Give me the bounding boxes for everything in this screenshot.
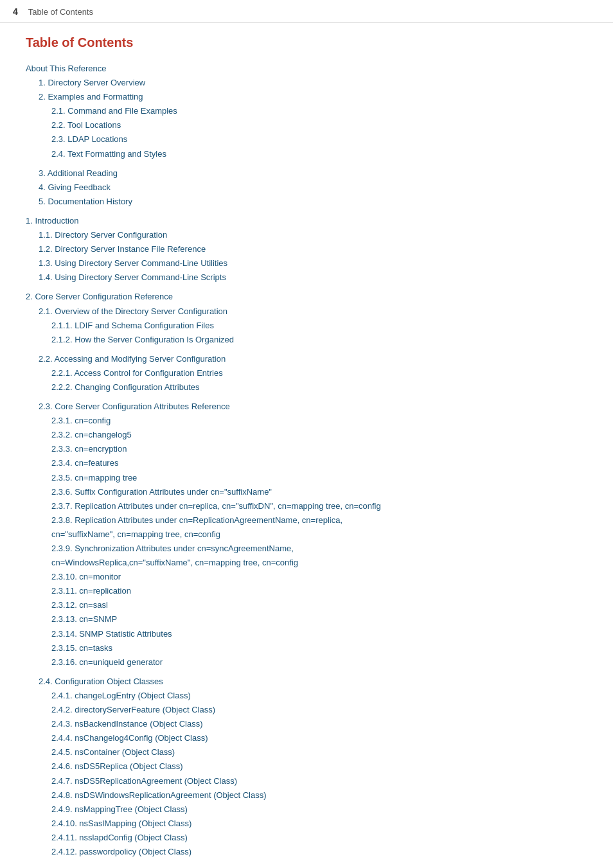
toc-link[interactable]: 2.3.4. cn=features [51,458,118,468]
toc-link[interactable]: 1. Directory Server Overview [39,78,145,87]
toc-link[interactable]: 2.3.16. cn=uniqueid generator [51,657,163,667]
toc-link[interactable]: cn="suffixName", cn=mapping tree, cn=con… [51,529,220,539]
toc-heading: Table of Contents [26,35,587,50]
toc-link[interactable]: 2.4.1. changeLogEntry (Object Class) [51,691,191,700]
toc-item: 1. Directory Server Overview [39,76,587,90]
toc-link[interactable]: 1. Introduction [26,216,78,226]
toc-item: 2.4.7. nsDS5ReplicationAgreement (Object… [51,774,587,788]
toc-item: 2.3.10. cn=monitor [51,570,587,584]
toc-link[interactable]: 2.4.10. nsSaslMapping (Object Class) [51,819,191,828]
toc-item: 2.3.4. cn=features [51,456,587,470]
toc-link[interactable]: 2.3.15. cn=tasks [51,643,112,653]
toc-link[interactable]: 4. Giving Feedback [39,182,111,192]
toc-item: 1.3. Using Directory Server Command-Line… [39,256,587,270]
toc-item: 2.4.8. nsDSWindowsReplicationAgreement (… [51,788,587,802]
toc-item: 2.4.3. nsBackendInstance (Object Class) [51,717,587,731]
toc-item: 5. Documentation History [39,195,587,209]
toc-item: 2.1. Overview of the Directory Server Co… [39,305,587,319]
toc-item: 2.4.5. nsContainer (Object Class) [51,745,587,759]
toc-item: 2.4.12. passwordpolicy (Object Class) [51,845,587,859]
toc-item: 2.4.10. nsSaslMapping (Object Class) [51,817,587,831]
toc-link[interactable]: 2.3. Core Server Configuration Attribute… [39,402,230,411]
toc-link[interactable]: 2.1.2. How the Server Configuration Is O… [51,335,234,344]
toc-link[interactable]: 2.2. Accessing and Modifying Server Conf… [39,354,226,364]
toc-item: 2.4.2. directoryServerFeature (Object Cl… [51,703,587,717]
toc-link[interactable]: 2.1. Command and File Examples [51,106,177,116]
toc-link[interactable]: 2.3.13. cn=SNMP [51,614,117,624]
toc-link[interactable]: 2.2.1. Access Control for Configuration … [51,368,223,378]
toc-link[interactable]: 2.4.9. nsMappingTree (Object Class) [51,804,188,814]
toc-item: 2.1.2. How the Server Configuration Is O… [51,333,587,347]
toc-item: 2.3. Core Server Configuration Attribute… [39,400,587,414]
toc-link[interactable]: 2.3.8. Replication Attributes under cn=R… [51,515,342,525]
toc-link[interactable]: 2.4.2. directoryServerFeature (Object Cl… [51,705,215,714]
toc-link[interactable]: 2.3.1. cn=config [51,416,111,425]
toc-link[interactable]: 2.3.5. cn=mapping tree [51,473,137,483]
toc-link[interactable]: 2.3.7. Replication Attributes under cn=r… [51,501,381,511]
page-number: 4 [13,6,18,17]
toc-link[interactable]: 2.3.10. cn=monitor [51,572,121,581]
toc-item: 2.3.6. Suffix Configuration Attributes u… [51,485,587,499]
toc-item: 2.3.15. cn=tasks [51,641,587,655]
toc-item: 2.4.1. changeLogEntry (Object Class) [51,689,587,703]
toc-link[interactable]: 3. Additional Reading [39,168,118,178]
toc-item: 1. Introduction [26,214,587,228]
toc-link[interactable]: 2.1.1. LDIF and Schema Configuration Fil… [51,321,214,330]
toc-item: 2. Examples and Formatting [39,90,587,104]
toc-item: 2.3.12. cn=sasl [51,598,587,612]
toc-link[interactable]: 1.1. Directory Server Configuration [39,230,167,240]
toc-item: 2.4.9. nsMappingTree (Object Class) [51,802,587,817]
toc-item: cn=WindowsReplica,cn="suffixName", cn=ma… [51,556,587,570]
toc-link[interactable]: 2.4.6. nsDS5Replica (Object Class) [51,761,182,771]
toc-link[interactable]: 2.3.14. SNMP Statistic Attributes [51,629,172,639]
toc-link[interactable]: 2.3.12. cn=sasl [51,600,108,610]
toc-item: 2.4. Text Formatting and Styles [51,147,587,161]
toc-item: 2.2. Accessing and Modifying Server Conf… [39,352,587,366]
toc-link[interactable]: 1.4. Using Directory Server Command-Line… [39,272,226,282]
toc-item: 4. Giving Feedback [39,181,587,195]
toc-item: 1.4. Using Directory Server Command-Line… [39,270,587,285]
toc-link[interactable]: 2.4.7. nsDS5ReplicationAgreement (Object… [51,776,237,786]
toc-link[interactable]: 2.3.6. Suffix Configuration Attributes u… [51,487,272,497]
toc-link[interactable]: 2.4.3. nsBackendInstance (Object Class) [51,719,203,729]
toc-link[interactable]: 2. Core Server Configuration Reference [26,292,173,301]
toc-link[interactable]: 2.4. Text Formatting and Styles [51,149,166,159]
toc-link[interactable]: 2.2.2. Changing Configuration Attributes [51,382,200,392]
toc-item: 2.1. Command and File Examples [51,104,587,118]
toc-item: 2.4.6. nsDS5Replica (Object Class) [51,759,587,774]
toc-link[interactable]: 2. Examples and Formatting [39,92,143,102]
toc-link[interactable]: 2.3.11. cn=replication [51,586,131,596]
toc-item: 2.3.2. cn=changelog5 [51,428,587,442]
toc-item: 2.3.11. cn=replication [51,584,587,598]
toc-link[interactable]: 2.3. LDAP Locations [51,134,127,144]
toc-item: 2. Core Server Configuration Reference [26,290,587,304]
toc-item: 2.3.8. Replication Attributes under cn=R… [51,513,587,527]
toc-item: 1.2. Directory Server Instance File Refe… [39,242,587,256]
toc-link[interactable]: 2.4.4. nsChangelog4Config (Object Class) [51,733,208,743]
toc-item: 2.3.16. cn=uniqueid generator [51,655,587,669]
toc-link[interactable]: 2.2. Tool Locations [51,120,121,130]
toc-link[interactable]: 2.1. Overview of the Directory Server Co… [39,306,227,316]
toc-content: Table of Contents About This Reference1.… [0,22,613,868]
toc-item: 2.2. Tool Locations [51,118,587,132]
toc-link[interactable]: 1.2. Directory Server Instance File Refe… [39,244,206,254]
toc-link[interactable]: 2.4.8. nsDSWindowsReplicationAgreement (… [51,790,267,800]
toc-link[interactable]: 1.3. Using Directory Server Command-Line… [39,258,227,268]
toc-link[interactable]: 2.3.2. cn=changelog5 [51,430,132,439]
toc-item: 2.3.9. Synchronization Attributes under … [51,542,587,556]
toc-link[interactable]: 2.4.11. nsslapdConfig (Object Class) [51,833,188,842]
toc-link[interactable]: 2.4. Configuration Object Classes [39,677,163,686]
toc-link[interactable]: 2.4.5. nsContainer (Object Class) [51,747,175,757]
toc-item: 2.2.2. Changing Configuration Attributes [51,380,587,394]
toc-link[interactable]: 5. Documentation History [39,197,132,206]
toc-link[interactable]: cn=WindowsReplica,cn="suffixName", cn=ma… [51,558,298,567]
toc-item: 1.1. Directory Server Configuration [39,228,587,242]
toc-link[interactable]: 2.4.12. passwordpolicy (Object Class) [51,847,191,856]
page-header-title: Table of Contents [28,7,93,17]
toc-link[interactable]: 2.3.9. Synchronization Attributes under … [51,544,294,553]
page-header: 4 Table of Contents [0,0,613,22]
toc-item: 2.3. LDAP Locations [51,132,587,146]
toc-link[interactable]: About This Reference [26,64,107,73]
toc-item: 2.5. Legacy Attributes [39,864,587,868]
toc-link[interactable]: 2.3.3. cn=encryption [51,444,127,454]
